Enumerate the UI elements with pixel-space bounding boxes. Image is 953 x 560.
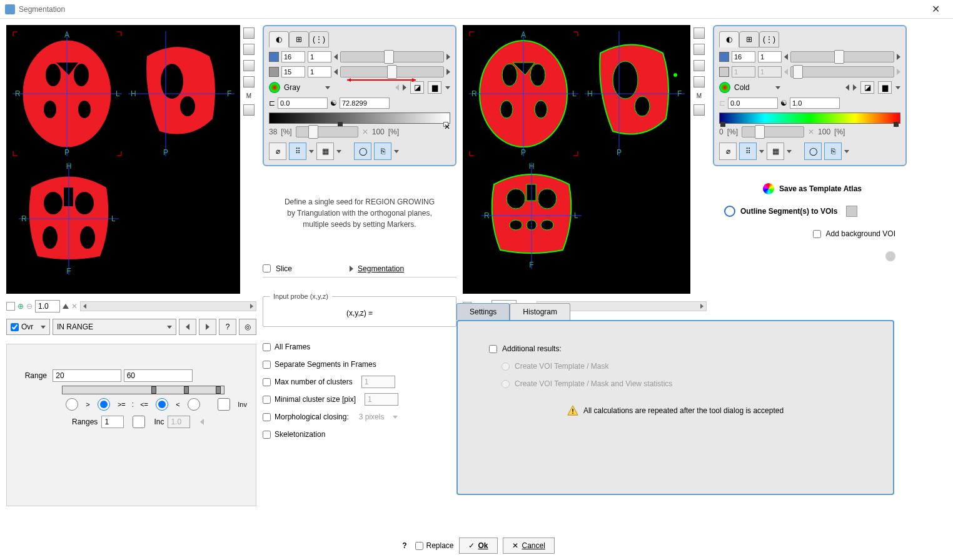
- rtb-5[interactable]: ⎘: [824, 142, 842, 160]
- slice1-b-input[interactable]: [308, 51, 331, 62]
- gte-radio[interactable]: [94, 398, 114, 411]
- voi2-radio[interactable]: [502, 380, 510, 388]
- tb-4[interactable]: ◯: [354, 142, 371, 160]
- colormap-dropdown[interactable]: [325, 86, 330, 89]
- tb-3-menu[interactable]: [336, 150, 341, 153]
- rslice2-prev[interactable]: [784, 69, 788, 75]
- minc-checkbox[interactable]: [263, 396, 271, 404]
- allframes-checkbox[interactable]: [263, 343, 271, 351]
- slice2-slider[interactable]: [340, 66, 444, 78]
- rtb-4[interactable]: ◯: [804, 142, 822, 160]
- cm-tool2[interactable]: ▆: [428, 81, 441, 94]
- disp-tab-1[interactable]: ◐: [269, 31, 289, 48]
- mode-dropdown[interactable]: IN RANGE: [53, 319, 176, 335]
- maxc-input[interactable]: [361, 376, 395, 388]
- zoom-clear-icon[interactable]: ✕: [71, 302, 78, 311]
- close-button[interactable]: ✕: [923, 3, 948, 15]
- rslice1-b-input[interactable]: [758, 51, 782, 62]
- cm-tool1[interactable]: ◪: [410, 81, 424, 94]
- slice1-slider[interactable]: [340, 51, 444, 62]
- rslice2-b-input[interactable]: [758, 66, 782, 78]
- rcm-next[interactable]: [853, 84, 857, 91]
- rdisp-tab-2[interactable]: ⊞: [739, 31, 759, 48]
- rslice2-a-input[interactable]: [732, 66, 755, 78]
- tb-5-menu[interactable]: [394, 150, 399, 153]
- zoom-box-icon[interactable]: [6, 302, 15, 311]
- replace-checkbox[interactable]: [415, 542, 423, 550]
- cancel-button[interactable]: ✕ Cancel: [503, 538, 555, 554]
- mode-dropdown-icon[interactable]: [167, 326, 172, 329]
- inv-checkbox[interactable]: [214, 398, 234, 411]
- rdisp-tab-3[interactable]: (⋮): [759, 31, 779, 48]
- tb-2[interactable]: ⠿: [289, 142, 306, 160]
- rtb-2[interactable]: ⠿: [739, 142, 757, 160]
- slice2-prev[interactable]: [334, 69, 338, 75]
- morph-checkbox[interactable]: [263, 413, 271, 421]
- rwl-hi-input[interactable]: [790, 98, 840, 109]
- right-gradient-bar[interactable]: [719, 112, 900, 124]
- slice2-a-input[interactable]: [281, 66, 305, 78]
- view-mode-3-icon[interactable]: [243, 60, 255, 71]
- outline-opts-icon[interactable]: [846, 206, 857, 217]
- rview-mode-1-icon[interactable]: [693, 28, 705, 39]
- rcm-prev[interactable]: [845, 84, 849, 91]
- addl-results-checkbox[interactable]: [489, 345, 497, 353]
- tb-3[interactable]: ▦: [316, 142, 334, 160]
- ovr-toggle[interactable]: Ovr: [6, 319, 50, 335]
- rslice1-next[interactable]: [897, 54, 900, 60]
- rslice2-next[interactable]: [897, 69, 900, 75]
- maxc-checkbox[interactable]: [263, 378, 271, 386]
- disp-tab-3[interactable]: (⋮): [309, 31, 329, 48]
- nav-next-button[interactable]: [199, 319, 216, 335]
- left-scroll[interactable]: [80, 301, 256, 311]
- rtb-2-menu[interactable]: [759, 150, 764, 153]
- zoom-tri-icon[interactable]: [63, 304, 69, 309]
- rtb-3-menu[interactable]: [787, 150, 792, 153]
- lte-radio[interactable]: [152, 398, 172, 411]
- sep-checkbox[interactable]: [263, 361, 271, 369]
- cm-prev[interactable]: [395, 84, 399, 91]
- ranges-count-input[interactable]: [101, 416, 124, 428]
- ranges-prev-icon[interactable]: [200, 419, 204, 425]
- morph-dropdown[interactable]: [393, 416, 398, 419]
- view-mode-4-icon[interactable]: [243, 76, 255, 88]
- left-gradient-bar[interactable]: ✕: [269, 112, 450, 124]
- rcm-tool1[interactable]: ◪: [860, 81, 874, 94]
- zoom-in-icon[interactable]: ⊕: [18, 302, 24, 311]
- save-atlas-button[interactable]: Save as Template Atlas: [779, 184, 862, 193]
- rcm-menu[interactable]: [895, 86, 900, 89]
- voi1-radio[interactable]: [502, 362, 510, 371]
- rslice1-prev[interactable]: [784, 54, 788, 60]
- rslice2-slider[interactable]: [790, 66, 894, 78]
- rview-mode-3-icon[interactable]: [693, 60, 705, 71]
- rtb-5-menu[interactable]: [844, 150, 849, 153]
- zoom-out-icon[interactable]: ⊖: [26, 302, 33, 311]
- view-mode-5-icon[interactable]: [243, 104, 255, 116]
- cm-menu[interactable]: [445, 86, 450, 89]
- view-mode-2-icon[interactable]: [243, 44, 255, 55]
- rview-mode-2-icon[interactable]: [693, 44, 705, 55]
- rtb-3[interactable]: ▦: [767, 142, 784, 160]
- rview-mode-5-icon[interactable]: [693, 104, 705, 116]
- tab-histogram[interactable]: Histogram: [510, 303, 570, 320]
- view-mode-m[interactable]: M: [246, 92, 251, 99]
- rcolormap-dropdown[interactable]: [775, 86, 780, 89]
- nav-prev-button[interactable]: [179, 319, 196, 335]
- target-button[interactable]: ◎: [239, 319, 256, 335]
- ovr-dropdown-icon[interactable]: [41, 326, 46, 329]
- rcm-tool2[interactable]: ▆: [878, 81, 892, 94]
- tb-2-menu[interactable]: [309, 150, 314, 153]
- pct-slider[interactable]: [296, 126, 358, 138]
- inc-checkbox[interactable]: [128, 416, 150, 428]
- range-hi-input[interactable]: [124, 369, 193, 382]
- help-button[interactable]: ?: [398, 541, 410, 550]
- view-mode-1-icon[interactable]: [243, 28, 255, 39]
- slice1-prev[interactable]: [334, 54, 338, 60]
- left-orthogonal-views[interactable]: A P R L: [6, 25, 240, 294]
- lt-radio[interactable]: [184, 398, 204, 411]
- ok-button[interactable]: ✓ Ok: [459, 538, 498, 554]
- right-orthogonal-views[interactable]: A P R L: [463, 25, 690, 294]
- rwl-lo-input[interactable]: [728, 98, 778, 109]
- rview-mode-4-icon[interactable]: [693, 76, 705, 88]
- wl-hi-input[interactable]: [340, 98, 390, 109]
